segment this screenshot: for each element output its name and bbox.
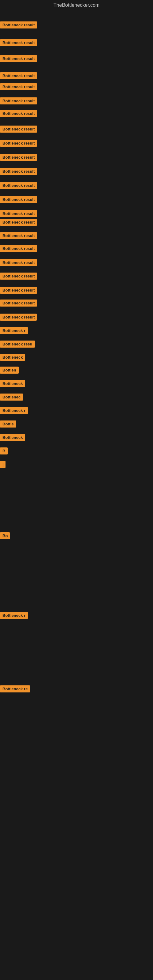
bottleneck-badge: Bottleneck result	[0, 83, 37, 90]
bottleneck-badge: Bottleneck result	[0, 313, 37, 321]
bottleneck-badge: Bottle	[0, 420, 16, 428]
list-item: Bottleneck result	[0, 154, 37, 162]
list-item: Bottlen	[0, 367, 19, 375]
list-item: Bottleneck result	[0, 210, 37, 218]
bottleneck-badge: Bottleneck result	[0, 140, 37, 147]
list-item: Bottleneck result	[0, 83, 37, 92]
list-item: Bottleneck result	[0, 259, 37, 267]
bottleneck-badge: Bottleneck result	[0, 110, 37, 117]
list-item: Bottleneck result	[0, 182, 37, 190]
list-item: Bottleneck result	[0, 97, 37, 106]
list-item: Bottleneck result	[0, 39, 37, 48]
bottleneck-badge: Bottleneck result	[0, 72, 37, 79]
bottleneck-badge: Bottleneck r	[0, 407, 28, 414]
bottleneck-badge: Bottleneck r	[0, 327, 28, 334]
list-item: Bottleneck result	[0, 272, 37, 281]
list-item: Bottleneck result	[0, 140, 37, 148]
list-item: Bottleneck result	[0, 110, 37, 118]
bottleneck-badge: Bottleneck result	[0, 259, 37, 266]
bottleneck-badge: Bottleneck result	[0, 55, 37, 62]
bottleneck-badge: Bottleneck result	[0, 272, 37, 280]
list-item: Bottleneck result	[0, 196, 37, 204]
bottleneck-badge: Bottleneck result	[0, 232, 37, 239]
bottleneck-badge: |	[0, 461, 5, 468]
list-item: Bottleneck result	[0, 72, 37, 81]
bottleneck-badge: Bottleneck result	[0, 182, 37, 189]
list-item: Bottleneck resu	[0, 340, 35, 349]
bottleneck-badge: Bottleneck	[0, 354, 25, 361]
bottleneck-badge: Bottleneck resu	[0, 340, 35, 348]
list-item: Bottle	[0, 420, 16, 429]
list-item: Bottleneck result	[0, 299, 37, 308]
list-item: Bottleneck result	[0, 55, 37, 64]
bottleneck-badge: Bottleneck	[0, 434, 25, 441]
list-item: Bottlenec	[0, 393, 23, 402]
bottleneck-badge: Bottleneck result	[0, 210, 37, 217]
bottleneck-badge: Bottleneck result	[0, 286, 37, 294]
bottleneck-badge: Bottleneck result	[0, 97, 37, 105]
bottleneck-badge: Bottleneck result	[0, 245, 37, 252]
list-item: Bottleneck result	[0, 126, 37, 134]
list-item: Bottleneck result	[0, 219, 37, 227]
bottleneck-badge: Bottleneck result	[0, 196, 37, 203]
bottleneck-badge: Bottleneck	[0, 380, 25, 387]
list-item: Bo	[0, 532, 10, 541]
bottleneck-badge: Bottleneck result	[0, 21, 37, 29]
list-item: Bottleneck re	[0, 686, 30, 694]
site-title: TheBottlenecker.com	[0, 0, 153, 12]
list-item: |	[0, 461, 5, 469]
list-item: Bottleneck	[0, 354, 25, 362]
list-item: Bottleneck	[0, 380, 25, 388]
list-item: Bottleneck result	[0, 232, 37, 240]
bottleneck-badge: Bottleneck result	[0, 154, 37, 161]
bottleneck-badge: B	[0, 447, 8, 455]
list-item: Bottleneck result	[0, 313, 37, 322]
list-item: Bottleneck result	[0, 168, 37, 176]
bottleneck-badge: Bottleneck r	[0, 612, 28, 619]
bottleneck-badge: Bottleneck result	[0, 299, 37, 307]
bottleneck-badge: Bottleneck result	[0, 39, 37, 46]
list-item: Bottleneck r	[0, 327, 28, 335]
list-item: B	[0, 447, 8, 456]
list-item: Bottleneck r	[0, 612, 28, 620]
bottleneck-badge: Bottlenec	[0, 393, 23, 401]
bottleneck-badge: Bottlen	[0, 367, 19, 374]
bottleneck-badge: Bottleneck result	[0, 168, 37, 175]
bottleneck-badge: Bottleneck result	[0, 219, 37, 226]
bottleneck-badge: Bottleneck re	[0, 686, 30, 692]
list-item: Bottleneck result	[0, 21, 37, 30]
list-item: Bottleneck result	[0, 286, 37, 295]
list-item: Bottleneck result	[0, 245, 37, 253]
list-item: Bottleneck r	[0, 407, 28, 415]
bottleneck-badge: Bo	[0, 532, 10, 539]
list-item: Bottleneck	[0, 434, 25, 442]
bottleneck-badge: Bottleneck result	[0, 126, 37, 133]
